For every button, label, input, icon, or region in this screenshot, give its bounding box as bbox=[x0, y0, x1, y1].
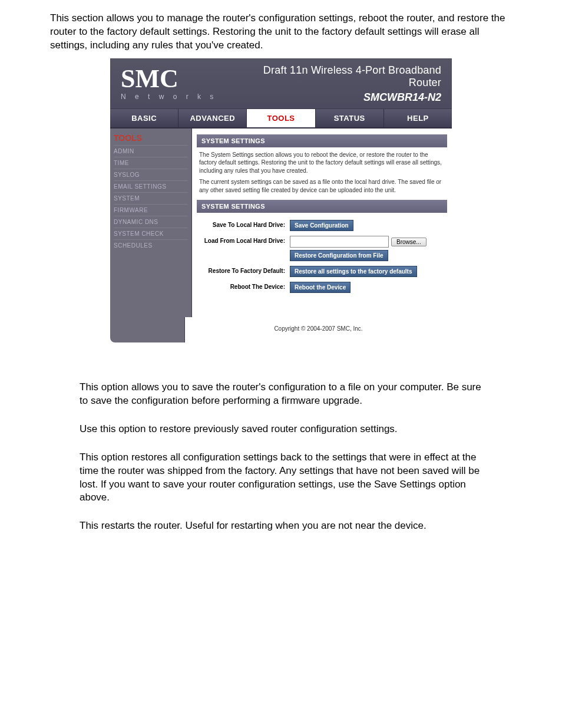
sidebar-title: TOOLS bbox=[114, 132, 188, 145]
outro-p3: This option restores all configuration s… bbox=[0, 436, 562, 505]
sidebar-item-dynamic-dns[interactable]: DYNAMIC DNS bbox=[114, 216, 188, 228]
brand-subtitle: N e t w o r k s bbox=[121, 93, 217, 101]
tab-status[interactable]: STATUS bbox=[316, 109, 384, 127]
label-save: Save To Local Hard Drive: bbox=[197, 220, 290, 228]
reboot-device-button[interactable]: Reboot the Device bbox=[290, 282, 351, 293]
sidebar-item-system-check[interactable]: SYSTEM CHECK bbox=[114, 228, 188, 239]
sidebar: TOOLS ADMIN TIME SYSLOG EMAIL SETTINGS S… bbox=[110, 129, 191, 317]
restore-factory-defaults-button[interactable]: Restore all settings to the factory defa… bbox=[290, 266, 417, 277]
sidebar-item-email-settings[interactable]: EMAIL SETTINGS bbox=[114, 180, 188, 192]
header-title-block: Draft 11n Wireless 4-Port Broadband Rout… bbox=[217, 64, 441, 104]
tab-basic[interactable]: BASIC bbox=[110, 109, 178, 127]
section-desc: The System Settings section allows you t… bbox=[197, 147, 447, 200]
section-header-1: SYSTEM SETTINGS bbox=[197, 134, 447, 147]
label-reboot: Reboot The Device: bbox=[197, 282, 290, 290]
section-header-2: SYSTEM SETTINGS bbox=[197, 200, 447, 213]
tab-tools[interactable]: TOOLS bbox=[247, 109, 315, 127]
sidebar-item-system[interactable]: SYSTEM bbox=[114, 192, 188, 204]
intro-text: This section allows you to manage the ro… bbox=[0, 0, 562, 52]
sidebar-item-firmware[interactable]: FIRMWARE bbox=[114, 204, 188, 216]
outro-p4: This restarts the router. Useful for res… bbox=[0, 505, 562, 533]
copyright-footer: Copyright © 2004-2007 SMC, Inc. bbox=[184, 317, 452, 342]
outro-p2: Use this option to restore previously sa… bbox=[0, 408, 562, 436]
row-reboot: Reboot The Device: Reboot the Device bbox=[197, 279, 447, 295]
sidebar-item-admin[interactable]: ADMIN bbox=[114, 145, 188, 157]
main-content: SYSTEM SETTINGS The System Settings sect… bbox=[191, 129, 452, 317]
sidebar-item-syslog[interactable]: SYSLOG bbox=[114, 169, 188, 180]
product-title: Draft 11n Wireless 4-Port Broadband Rout… bbox=[234, 64, 441, 89]
browse-button[interactable]: Browse... bbox=[391, 238, 427, 246]
sidebar-item-time[interactable]: TIME bbox=[114, 157, 188, 169]
section-desc-p1: The System Settings section allows you t… bbox=[199, 151, 445, 175]
brand-logo: SMC N e t w o r k s bbox=[121, 67, 217, 101]
outro-p1: This option allows you to save the route… bbox=[0, 366, 562, 408]
sidebar-item-schedules[interactable]: SCHEDULES bbox=[114, 239, 188, 251]
row-load: Load From Local Hard Drive: Browse... Re… bbox=[197, 233, 447, 263]
router-body: TOOLS ADMIN TIME SYSLOG EMAIL SETTINGS S… bbox=[110, 129, 452, 317]
main-nav: BASIC ADVANCED TOOLS STATUS HELP bbox=[110, 109, 452, 129]
row-factory: Restore To Factory Default: Restore all … bbox=[197, 263, 447, 279]
save-configuration-button[interactable]: Save Configuration bbox=[290, 220, 353, 231]
model-number: SMCWBR14-N2 bbox=[234, 91, 441, 104]
label-load: Load From Local Hard Drive: bbox=[197, 236, 290, 244]
router-admin-screenshot: SMC N e t w o r k s Draft 11n Wireless 4… bbox=[110, 58, 452, 342]
brand-name: SMC bbox=[121, 67, 217, 91]
file-path-input[interactable] bbox=[290, 236, 389, 248]
row-save: Save To Local Hard Drive: Save Configura… bbox=[197, 218, 447, 233]
section-desc-p2: The current system settings can be saved… bbox=[199, 178, 445, 194]
tab-help[interactable]: HELP bbox=[384, 109, 452, 127]
label-factory: Restore To Factory Default: bbox=[197, 266, 290, 274]
router-header: SMC N e t w o r k s Draft 11n Wireless 4… bbox=[110, 58, 452, 109]
restore-from-file-button[interactable]: Restore Configuration from File bbox=[290, 250, 388, 261]
tab-advanced[interactable]: ADVANCED bbox=[178, 109, 247, 127]
